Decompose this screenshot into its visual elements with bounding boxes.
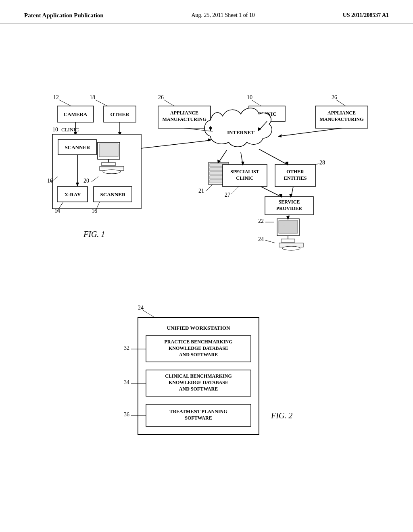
svg-text:SCANNER: SCANNER	[100, 191, 126, 197]
svg-text:KNOWLEDGE DATABASE: KNOWLEDGE DATABASE	[169, 345, 228, 351]
svg-text:26: 26	[158, 94, 164, 100]
fig2-diagram: 24 UNIFIED WORKSTATION PRACTICE BENCHMAR…	[86, 297, 327, 451]
svg-text:TREATMENT PLANNING: TREATMENT PLANNING	[169, 409, 227, 414]
svg-text:PROVIDER: PROVIDER	[276, 206, 302, 211]
fig1-diagram: 12 18 CAMERA OTHER 10 CLINIC	[25, 39, 388, 273]
svg-text:KNOWLEDGE DATABASE: KNOWLEDGE DATABASE	[169, 380, 228, 385]
svg-line-67	[231, 187, 239, 195]
svg-text:22: 22	[258, 218, 264, 224]
svg-text:..: ..	[283, 223, 285, 227]
svg-text:10: 10	[52, 127, 58, 133]
svg-text:SCANNER: SCANNER	[65, 144, 90, 150]
svg-text:X-RAY: X-RAY	[65, 191, 81, 197]
svg-text:21: 21	[198, 188, 204, 194]
svg-point-84	[282, 246, 300, 250]
svg-text:18: 18	[90, 94, 95, 100]
svg-line-102	[259, 149, 287, 164]
svg-text:10: 10	[247, 94, 252, 100]
svg-text:CAMERA: CAMERA	[64, 111, 88, 117]
svg-text:INTERNET: INTERNET	[227, 129, 254, 135]
svg-rect-77	[279, 220, 298, 233]
fig1-section: 12 18 CAMERA OTHER 10 CLINIC	[0, 23, 413, 281]
svg-rect-20	[102, 162, 115, 166]
header-left: Patent Application Publication	[24, 12, 104, 19]
svg-text:FIG. 2: FIG. 2	[271, 411, 292, 420]
svg-text:MANUFACTURING: MANUFACTURING	[162, 116, 206, 122]
svg-text:APPLIANCE: APPLIANCE	[170, 110, 198, 116]
svg-text:34: 34	[124, 379, 129, 385]
svg-text:12: 12	[53, 94, 59, 100]
svg-text:14: 14	[54, 208, 60, 214]
svg-text:APPLIANCE: APPLIANCE	[327, 110, 356, 116]
svg-text:ENTITIES: ENTITIES	[284, 175, 307, 181]
svg-marker-97	[278, 134, 282, 137]
svg-text:27: 27	[225, 192, 230, 198]
svg-text:MANUFACTURING: MANUFACTURING	[319, 116, 363, 122]
svg-line-88	[265, 240, 275, 243]
svg-text:OTHER: OTHER	[286, 169, 304, 175]
svg-text:16: 16	[47, 178, 53, 184]
svg-text:CLINIC: CLINIC	[236, 175, 253, 181]
svg-text:AND SOFTWARE: AND SOFTWARE	[179, 386, 218, 392]
svg-line-104	[261, 187, 281, 197]
svg-line-72	[315, 164, 319, 164]
svg-text:32: 32	[124, 345, 129, 351]
svg-text:OTHER: OTHER	[111, 111, 130, 117]
svg-rect-18	[99, 144, 118, 157]
page-header: Patent Application Publication Aug. 25, …	[0, 0, 413, 23]
svg-text:SERVICE: SERVICE	[279, 199, 300, 205]
svg-line-62	[206, 185, 213, 191]
svg-text:20: 20	[83, 178, 89, 184]
fig2-section: 24 UNIFIED WORKSTATION PRACTICE BENCHMAR…	[0, 281, 413, 455]
header-center: Aug. 25, 2011 Sheet 1 of 10	[191, 12, 254, 19]
svg-text:CLINICAL BENCHMARKING: CLINICAL BENCHMARKING	[165, 373, 232, 379]
svg-text:PRACTICE BENCHMARKING: PRACTICE BENCHMARKING	[164, 339, 232, 345]
svg-line-89	[141, 140, 211, 148]
svg-rect-80	[281, 239, 295, 242]
svg-text:SOFTWARE: SOFTWARE	[185, 415, 212, 421]
svg-text:SPECIALIST: SPECIALIST	[230, 169, 259, 175]
svg-text:AND SOFTWARE: AND SOFTWARE	[179, 352, 218, 357]
svg-text:CLINIC: CLINIC	[61, 127, 79, 133]
fig2-svg: 24 UNIFIED WORKSTATION PRACTICE BENCHMAR…	[86, 297, 327, 451]
svg-point-24	[103, 170, 121, 174]
svg-line-98	[219, 150, 227, 162]
svg-line-96	[279, 128, 342, 136]
svg-text:36: 36	[124, 411, 129, 418]
svg-text:UNIFIED WORKSTATION: UNIFIED WORKSTATION	[167, 325, 230, 331]
svg-text:24: 24	[258, 236, 264, 242]
fig1-svg: 12 18 CAMERA OTHER 10 CLINIC	[25, 39, 388, 273]
svg-text:24: 24	[138, 305, 144, 311]
svg-text:28: 28	[319, 160, 325, 166]
header-right: US 2011/208537 A1	[343, 12, 389, 19]
svg-text:FIG. 1: FIG. 1	[83, 230, 105, 239]
svg-text:26: 26	[332, 94, 337, 100]
